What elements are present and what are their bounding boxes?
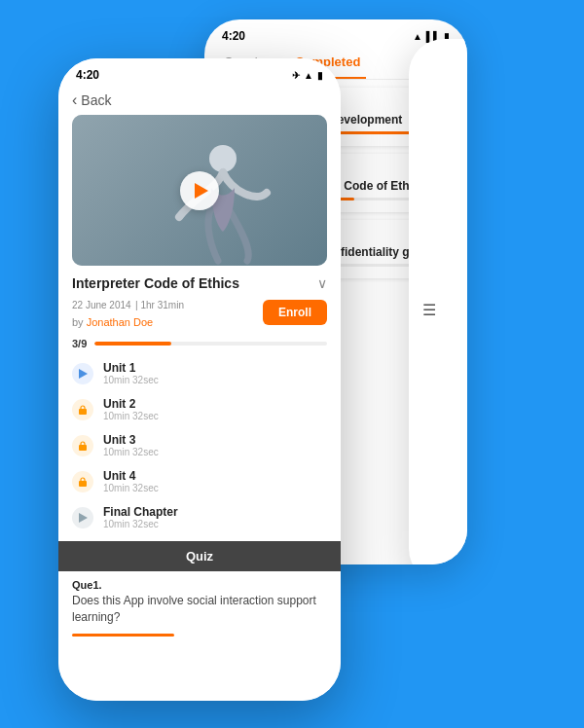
back-button[interactable]: ‹ Back (58, 86, 341, 115)
video-container[interactable] (72, 115, 327, 266)
progress-fill (94, 342, 171, 346)
author-prefix: by (72, 316, 87, 328)
lock-icon-2 (77, 404, 89, 416)
back-phone-time: 4:20 (222, 29, 245, 43)
unit-3-duration: 10min 32sec (103, 447, 159, 457)
course-meta-left: 22 June 2014 | 1hr 31min by Jonathan Doe (72, 295, 184, 330)
course-detail: Interpreter Code of Ethics ∨ 22 June 201… (58, 266, 341, 330)
unit-4-text: Unit 4 10min 32sec (103, 469, 159, 493)
unit-1-duration: 10min 32sec (103, 375, 159, 385)
unit-final-name: Final Chapter (103, 505, 178, 519)
unit-final-icon (72, 507, 93, 528)
enroll-button[interactable]: Enroll (263, 300, 327, 325)
unit-1-text: Unit 1 10min 32sec (103, 361, 159, 385)
unit-item-final[interactable]: Final Chapter 10min 32sec (72, 501, 327, 533)
unit-item-4[interactable]: Unit 4 10min 32sec (72, 465, 327, 497)
unit-1-icon (72, 363, 93, 384)
lock-icon-4 (77, 476, 89, 488)
unit-2-text: Unit 2 10min 32sec (103, 397, 159, 421)
unit-3-icon (72, 435, 93, 456)
quiz-content: Que1. Does this App involve social inter… (58, 571, 341, 644)
unit-final-text: Final Chapter 10min 32sec (103, 505, 178, 529)
author-name: Jonathan Doe (87, 316, 154, 328)
unit-3-name: Unit 3 (103, 433, 159, 447)
wifi-icon-front: ▲ (304, 70, 313, 81)
front-phone: 4:20 ✈ ▲ ▮ ‹ Back (58, 58, 341, 701)
progress-bar (94, 342, 327, 346)
course-duration: 1hr 31min (140, 300, 183, 310)
svg-marker-20 (79, 513, 88, 523)
svg-marker-16 (79, 369, 88, 379)
front-time: 4:20 (76, 68, 99, 82)
person-silhouette (164, 139, 281, 266)
unit-list: Unit 1 10min 32sec Unit 2 10min 32sec (58, 357, 341, 533)
unit-4-icon (72, 471, 93, 492)
course-detail-header: Interpreter Code of Ethics ∨ (72, 275, 327, 291)
progress-label: 3/9 (72, 338, 87, 349)
wifi-icon: ▲ (413, 31, 422, 42)
quiz-question-text: Does this App involve social interaction… (72, 593, 327, 626)
lock-icon-3 (77, 440, 89, 452)
quiz-header: Quiz (58, 541, 341, 571)
svg-rect-18 (79, 445, 87, 451)
unit-4-duration: 10min 32sec (103, 483, 159, 493)
unit-item-2[interactable]: Unit 2 10min 32sec (72, 393, 327, 425)
back-chevron-icon: ‹ (72, 91, 77, 109)
unit-2-duration: 10min 32sec (103, 411, 159, 421)
unit-4-name: Unit 4 (103, 469, 159, 483)
unit-2-icon (72, 399, 93, 420)
progress-row: 3/9 (72, 338, 327, 349)
course-meta: 22 June 2014 | 1hr 31min by Jonathan Doe… (72, 295, 327, 330)
battery-icon-front: ▮ (317, 70, 323, 81)
course-title: Interpreter Code of Ethics (72, 275, 317, 291)
menu-icon[interactable]: ☰ (422, 301, 436, 319)
play-triangle-icon (195, 183, 208, 199)
unit-item-3[interactable]: Unit 3 10min 32sec (72, 429, 327, 461)
unit-3-text: Unit 3 10min 32sec (103, 433, 159, 457)
front-status-bar: 4:20 ✈ ▲ ▮ (58, 58, 341, 86)
unit-final-duration: 10min 32sec (103, 519, 178, 529)
unit-item-1[interactable]: Unit 1 10min 32sec (72, 357, 327, 389)
front-status-icons: ✈ ▲ ▮ (292, 70, 323, 81)
play-icon (77, 368, 89, 380)
play-button[interactable] (180, 171, 219, 210)
back-label: Back (81, 92, 111, 108)
svg-point-15 (209, 145, 237, 172)
unit-1-name: Unit 1 (103, 361, 159, 375)
svg-rect-17 (79, 409, 87, 415)
course-date: 22 June 2014 (72, 300, 131, 310)
quiz-progress-bar (72, 634, 174, 637)
play-dark-icon (77, 512, 89, 524)
unit-2-name: Unit 2 (103, 397, 159, 411)
chevron-down-icon[interactable]: ∨ (317, 275, 327, 291)
svg-rect-19 (79, 481, 87, 487)
quiz-question-label: Que1. (72, 579, 327, 591)
airplane-icon: ✈ (292, 70, 300, 81)
